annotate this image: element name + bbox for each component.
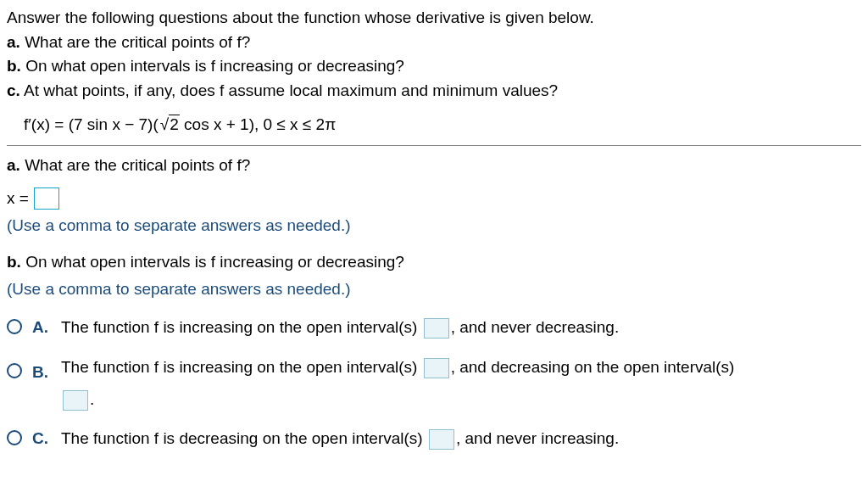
question-b-label: b.	[7, 253, 21, 271]
choice-b-input-1[interactable]	[424, 358, 449, 378]
part-a-label: a.	[7, 33, 20, 51]
part-a-intro: a. What are the critical points of f?	[7, 31, 861, 54]
answer-a-hint: (Use a comma to separate answers as need…	[7, 215, 861, 238]
question-a-text: What are the critical points of f?	[25, 156, 250, 174]
choice-c-row: C. The function f is decreasing on the o…	[7, 428, 861, 450]
divider	[7, 145, 861, 146]
choice-c-post: , and never increasing.	[456, 429, 619, 447]
answer-a-row: x =	[7, 187, 861, 210]
choice-b-mid: , and decreasing on the open interval(s)	[451, 358, 735, 376]
choice-a-text: The function f is increasing on the open…	[61, 316, 861, 339]
derivative-equation: f′(x) = (7 sin x − 7)(2 cos x + 1), 0 ≤ …	[24, 114, 861, 137]
part-c-intro: c. At what points, if any, does f assume…	[7, 80, 861, 103]
choice-c-input[interactable]	[429, 429, 454, 450]
part-c-label: c.	[7, 81, 20, 99]
choice-a-letter: A.	[32, 316, 51, 339]
choice-c-pre: The function f is decreasing on the open…	[61, 429, 427, 447]
choice-b-radio[interactable]	[7, 363, 22, 378]
part-b-intro: b. On what open intervals is f increasin…	[7, 55, 861, 78]
answer-a-label: x =	[7, 187, 29, 210]
choice-c-radio[interactable]	[7, 430, 22, 445]
choice-a-radio[interactable]	[7, 319, 22, 334]
question-a: a. What are the critical points of f?	[7, 154, 861, 177]
choice-a-pre: The function f is increasing on the open…	[61, 318, 422, 336]
choice-b-post: .	[90, 390, 94, 408]
choice-b-text: The function f is increasing on the open…	[61, 351, 861, 416]
part-b-label: b.	[7, 57, 21, 75]
answer-a-input[interactable]	[34, 187, 59, 210]
choice-b-input-2[interactable]	[63, 390, 88, 411]
intro-text: Answer the following questions about the…	[7, 7, 861, 30]
part-b-text: On what open intervals is f increasing o…	[25, 57, 404, 75]
equation-lhs: f′(x) = (7 sin x − 7)	[24, 115, 153, 133]
sqrt-inner: 2	[169, 115, 180, 133]
choice-b-row: B. The function f is increasing on the o…	[7, 351, 861, 416]
part-a-text: What are the critical points of f?	[25, 33, 250, 51]
part-c-text: At what points, if any, does f assume lo…	[24, 81, 558, 99]
equation-after-sqrt: cos x + 1	[180, 115, 249, 133]
question-b-text: On what open intervals is f increasing o…	[25, 253, 404, 271]
question-b-hint: (Use a comma to separate answers as need…	[7, 278, 861, 301]
sqrt-symbol: 2	[159, 114, 180, 137]
choice-b-pre: The function f is increasing on the open…	[61, 358, 422, 376]
equation-domain: , 0 ≤ x ≤ 2π	[254, 115, 336, 133]
choice-c-letter: C.	[32, 428, 51, 450]
choice-a-post: , and never decreasing.	[451, 318, 620, 336]
question-a-label: a.	[7, 156, 20, 174]
choice-b-letter: B.	[32, 361, 51, 384]
question-b: b. On what open intervals is f increasin…	[7, 251, 861, 274]
choice-a-row: A. The function f is increasing on the o…	[7, 316, 861, 339]
choice-a-input[interactable]	[424, 318, 449, 339]
choice-c-text: The function f is decreasing on the open…	[61, 428, 861, 450]
